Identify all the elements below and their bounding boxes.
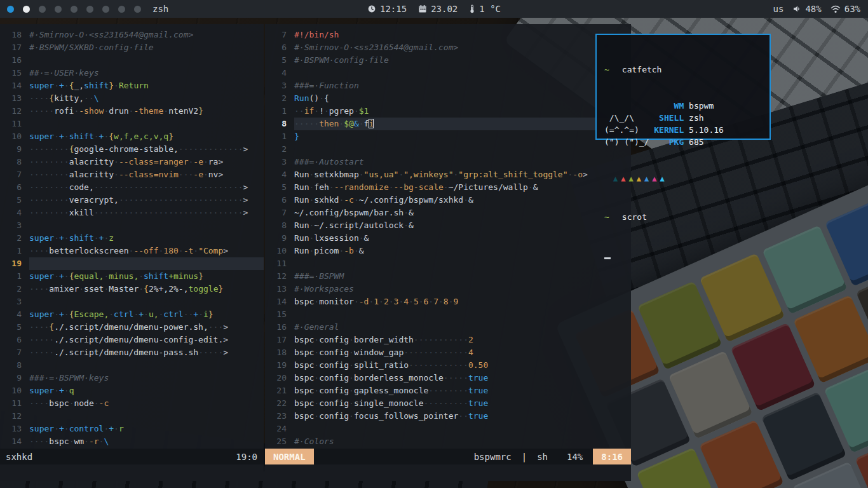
line-number: 17 xyxy=(0,41,29,54)
ascii-cat-art: /\_/\ xyxy=(604,113,654,123)
calendar-icon xyxy=(418,4,427,13)
line-number: 6 xyxy=(265,41,294,54)
code-line: 4 xyxy=(265,67,631,79)
workspace-dot-8[interactable] xyxy=(118,6,125,13)
code-line-current: 8·····then·$@&·fi xyxy=(265,118,631,130)
ascii-cat-art xyxy=(604,101,654,111)
workspace-dot-3[interactable] xyxy=(39,6,46,13)
code-line: 6········code,··························… xyxy=(0,181,264,194)
code-line: 6Run·sxhkd·-c·~/.config/bspwm/sxhkd·& xyxy=(265,194,631,207)
line-number: 16 xyxy=(0,54,29,67)
code-line: 10super·+·q xyxy=(0,384,264,397)
line-number: 7 xyxy=(0,346,29,359)
code-line: 13#·Workspaces xyxy=(265,283,631,295)
line-number: 17 xyxy=(265,334,294,346)
vim-mode-badge: NORMAL xyxy=(265,449,314,464)
color-flag-triangle: ▲ xyxy=(621,174,625,183)
line-number: 8 xyxy=(265,219,294,232)
fetch-row: (=^.^=) KERNEL 5.10.16 xyxy=(604,124,762,136)
line-number: 6 xyxy=(0,181,29,194)
code-line: 7~/.config/bspwm/bar.sh·& xyxy=(265,207,631,219)
line-number: 3 xyxy=(0,295,29,308)
code-line: 11 xyxy=(265,257,631,270)
terminal-window-bspwmrc[interactable]: 7#!/bin/sh6#·Smirnov-O·<ss2316544@gmail.… xyxy=(265,24,631,481)
volume-module[interactable]: 48% xyxy=(792,4,821,14)
workspace-dot-7[interactable] xyxy=(102,6,109,13)
code-line: 2 xyxy=(265,143,631,156)
wifi-text: 63% xyxy=(844,4,860,14)
line-number: 19 xyxy=(265,359,294,372)
code-line: 21bspc·config·gapless_monocle········tru… xyxy=(265,384,631,397)
code-line: 12·····rofi·-show·drun·-theme·ntenV2} xyxy=(0,105,264,118)
code-line: 15##·=·USER·keys xyxy=(0,67,264,79)
line-number: 4 xyxy=(0,308,29,321)
line-number: 10 xyxy=(265,245,294,257)
line-number: 3 xyxy=(265,79,294,92)
workspace-dot-2[interactable] xyxy=(23,6,30,13)
temperature-text: 1 °C xyxy=(479,4,501,14)
keyboard-layout[interactable]: us xyxy=(773,4,784,14)
line-number: 22 xyxy=(265,397,294,410)
command-scrot: scrot xyxy=(622,212,647,222)
vim-buffer-bspwmrc[interactable]: 7#!/bin/sh6#·Smirnov-O·<ss2316544@gmail.… xyxy=(265,24,631,448)
clock-module: 12:15 xyxy=(367,4,407,14)
workspace-dot-5[interactable] xyxy=(71,6,78,13)
shell-prompt-line: ~scrot xyxy=(604,211,762,223)
thermometer-icon xyxy=(469,4,475,13)
line-number: 2 xyxy=(0,283,29,295)
vim-buffer-sxhkd[interactable]: 18#·Smirnov-O·<ss2316544@gmail.com>17#·B… xyxy=(0,24,264,448)
statusline-scroll-percent: 14% xyxy=(567,451,583,463)
ascii-cat-art: (=^.^=) xyxy=(604,125,654,135)
floating-terminal[interactable]: ~catfetch WM bspwm /\_/\ SHELL zsh(=^.^=… xyxy=(595,34,771,140)
fetch-value: bspwm xyxy=(684,101,714,111)
code-line: 11····bspc·node·-c xyxy=(0,397,264,410)
code-line: 4super·+·{Escape,·ctrl·+·u,·ctrl··+·i} xyxy=(0,308,264,321)
workspace-dot-4[interactable] xyxy=(55,6,62,13)
shell-prompt-line: ~catfetch xyxy=(604,64,762,76)
code-line: 9········{google-chrome-stable,·········… xyxy=(0,143,264,156)
line-number: 1 xyxy=(0,245,29,257)
line-number: 14 xyxy=(0,79,29,92)
line-number: 2 xyxy=(265,92,294,105)
workspace-dot-9[interactable] xyxy=(134,6,141,13)
code-line: 11 xyxy=(0,118,264,130)
workspace-dot-6[interactable] xyxy=(86,6,93,13)
line-number: 14 xyxy=(0,435,29,448)
desktop: zsh 12:15 23.02 1 °C us 48% xyxy=(0,0,868,488)
terminal-window-sxhkd[interactable]: 18#·Smirnov-O·<ss2316544@gmail.com>17#·B… xyxy=(0,24,264,481)
code-line: 4Run·setxkbmap·"us,ua"·",winkeys"·"grp:a… xyxy=(265,168,631,181)
line-number: 12 xyxy=(265,270,294,283)
statusline-bspwmrc: NORMAL bspwmrc | sh 14% 8:16 xyxy=(265,449,631,464)
wifi-module[interactable]: 63% xyxy=(831,4,860,14)
code-line: 14····bspc·wm·-r·\ xyxy=(0,435,264,448)
code-line: 20bspc·config·borderless_monocle·····tru… xyxy=(265,372,631,384)
color-flag-triangle: ▲ xyxy=(637,174,641,183)
workspace-dot-1[interactable] xyxy=(7,6,14,13)
color-flag-triangle: ▲ xyxy=(660,174,664,183)
line-number: 7 xyxy=(265,29,294,41)
code-line: 13····{kitty,··\ xyxy=(0,92,264,105)
fetch-label: PKG xyxy=(654,137,684,147)
code-line: 1} xyxy=(265,130,631,143)
line-number: 6 xyxy=(0,334,29,346)
vim-cmdline xyxy=(265,464,631,481)
fetch-value: zsh xyxy=(684,113,703,123)
code-line: 23bspc·config·focus_follows_pointer··tru… xyxy=(265,410,631,423)
workspace-indicator xyxy=(7,6,141,13)
code-line: 1super·+·{equal,·minus,·shift+minus} xyxy=(0,270,264,283)
code-line: 12 xyxy=(0,410,264,423)
color-flag-triangle: ▲ xyxy=(652,174,656,183)
clock-icon xyxy=(367,4,376,13)
line-number: 18 xyxy=(265,346,294,359)
line-number: 25 xyxy=(265,435,294,448)
line-number: 14 xyxy=(265,295,294,308)
code-line: 1··if·!·pgrep·$1 xyxy=(265,105,631,118)
code-line: 7·····./.script/dmenu/dmenu-pass.sh·····… xyxy=(0,346,264,359)
line-number: 7 xyxy=(0,168,29,181)
command-catfetch: catfetch xyxy=(622,65,662,74)
code-line: 5········veracrypt,·····················… xyxy=(0,194,264,207)
speaker-icon xyxy=(792,4,801,13)
fetch-value: 685 xyxy=(684,137,703,147)
line-number: 4 xyxy=(0,207,29,219)
line-number: 18 xyxy=(0,29,29,41)
